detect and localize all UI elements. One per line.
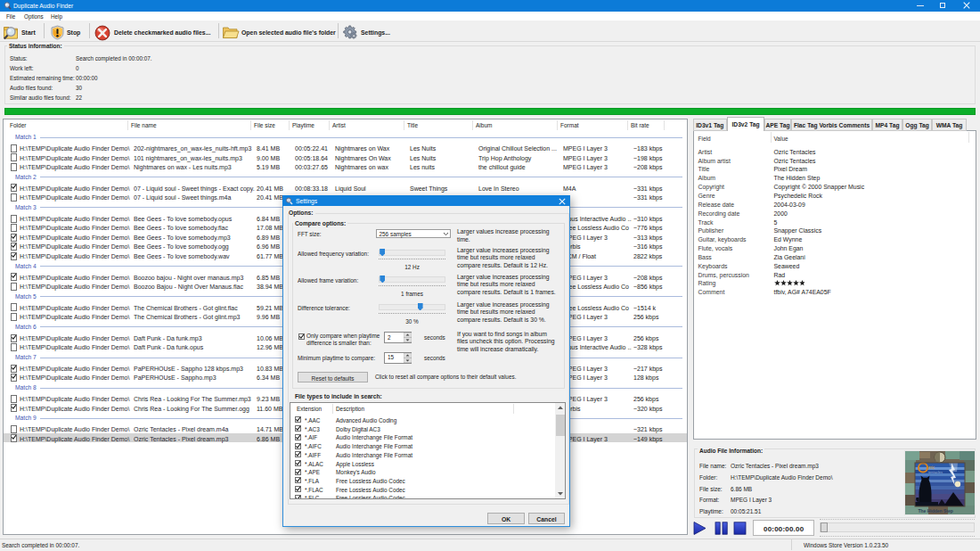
svg-text:tentacles: tentacles — [928, 470, 943, 474]
svg-text:The Hidden Step: The Hidden Step — [917, 508, 953, 514]
